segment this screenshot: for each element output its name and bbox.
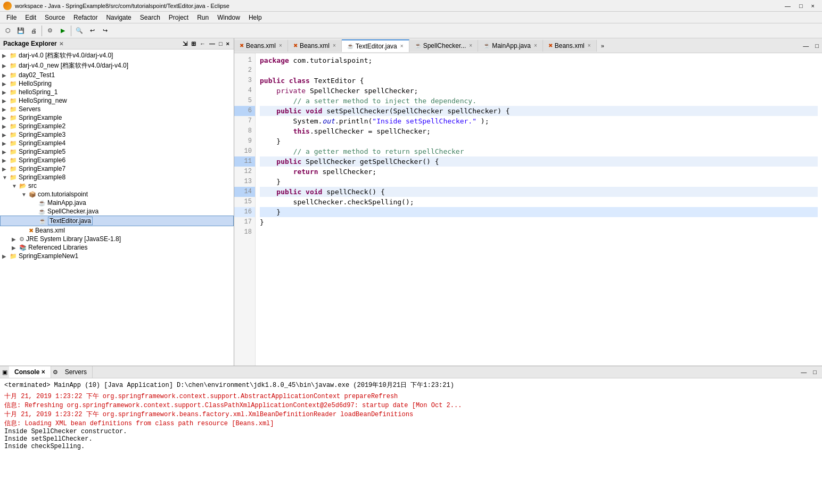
minimize-btn[interactable]: — xyxy=(780,3,795,9)
code-pre[interactable]: package com.tutorialspoint; public class… xyxy=(260,55,818,237)
tab-console[interactable]: Console × xyxy=(9,366,51,378)
tree-item-com[interactable]: ▼📦com.tutorialspoint xyxy=(0,190,234,199)
new-btn[interactable]: ⬡ xyxy=(2,25,14,37)
menu-item-refactor[interactable]: Refactor xyxy=(69,13,102,22)
menu-item-edit[interactable]: Edit xyxy=(21,13,40,22)
line-num-7: 7 xyxy=(234,116,255,126)
line-num-13: 13 xyxy=(234,177,255,187)
tabs-overflow[interactable]: » xyxy=(599,42,606,50)
tree-label-reflibs: Referenced Libraries xyxy=(28,244,87,251)
tab-close-beans3[interactable]: × xyxy=(588,43,591,48)
tree-item-darj-v4[interactable]: ▶📁darj-v4.0 [档案软件v4.0/darj-v4.0] xyxy=(0,51,234,61)
tree-icon-com: 📦 xyxy=(29,191,36,198)
tab-mainapp[interactable]: ☕MainApp.java× xyxy=(478,40,543,52)
tree-item-texteditor[interactable]: ☕TextEditor.java xyxy=(0,216,234,226)
save-btn[interactable]: 💾 xyxy=(15,25,27,37)
editor-max-btn[interactable]: □ xyxy=(812,42,822,50)
tree-item-jre[interactable]: ▶⚙JRE System Library [JavaSE-1.8] xyxy=(0,235,234,243)
menu-item-navigate[interactable]: Navigate xyxy=(102,13,135,22)
close-btn[interactable]: × xyxy=(807,3,819,9)
pe-arrow-left[interactable]: ← xyxy=(199,40,207,47)
tab-texteditor[interactable]: ☕TextEditor.java× xyxy=(342,39,409,52)
pe-collapse-btn[interactable]: ⊞ xyxy=(190,40,197,47)
tree-label-spellchecker: SpellChecker.java xyxy=(47,208,98,215)
tree-icon-texteditor: ☕ xyxy=(39,218,46,225)
tree-icon-spellchecker: ☕ xyxy=(38,208,46,215)
console-content: <terminated> MainApp (10) [Java Applicat… xyxy=(0,378,822,504)
tree-item-springex8[interactable]: ▼📁SpringExample8 xyxy=(0,173,234,181)
tab-label-beans2: Beans.xml xyxy=(300,42,330,49)
tree-item-springex5[interactable]: ▶📁SpringExample5 xyxy=(0,147,234,156)
tree-item-beansxml[interactable]: ✖Beans.xml xyxy=(0,226,234,235)
tree-arrow-jre: ▶ xyxy=(12,236,19,242)
tree-label-src: src xyxy=(28,182,37,189)
tree-icon-hellospring1: 📁 xyxy=(10,89,17,96)
tree-item-spellchecker[interactable]: ☕SpellChecker.java xyxy=(0,207,234,216)
tree-label-jre: JRE System Library [JavaSE-1.8] xyxy=(26,235,121,243)
code-content[interactable]: package com.tutorialspoint; public class… xyxy=(256,53,822,366)
tree-item-day02[interactable]: ▶📁day02_Test1 xyxy=(0,71,234,79)
menu-item-run[interactable]: Run xyxy=(193,13,213,22)
code-line-10: // a getter method to return spellChecke… xyxy=(260,146,818,156)
tree-item-springexnew1[interactable]: ▶📁SpringExampleNew1 xyxy=(0,252,234,260)
menu-item-search[interactable]: Search xyxy=(136,13,165,22)
tree-item-hellospringnew[interactable]: ▶📁HelloSpring_new xyxy=(0,96,234,105)
tree-item-hellospring1[interactable]: ▶📁helloSpring_1 xyxy=(0,88,234,96)
menu-item-window[interactable]: Window xyxy=(213,13,244,22)
print-btn[interactable]: 🖨 xyxy=(28,25,39,37)
redo-btn[interactable]: ↪ xyxy=(99,25,111,37)
tree-item-hellospring[interactable]: ▶📁HelloSpring xyxy=(0,79,234,88)
tab-label-beans3: Beans.xml xyxy=(555,42,585,49)
pe-max-btn[interactable]: □ xyxy=(218,40,224,47)
console-max-btn[interactable]: □ xyxy=(810,368,820,376)
tab-close-spellchecker[interactable]: × xyxy=(469,43,472,48)
tree-icon-darj-v4: 📁 xyxy=(10,52,17,59)
tree-label-darj-v4: darj-v4.0 [档案软件v4.0/darj-v4.0] xyxy=(19,51,113,60)
code-line-2 xyxy=(260,65,818,76)
pe-close-btn[interactable]: × xyxy=(225,40,231,47)
tree-item-springex3[interactable]: ▶📁SpringExample3 xyxy=(0,130,234,139)
search-btn[interactable]: 🔍 xyxy=(73,25,85,37)
pe-sync-btn[interactable]: ⇲ xyxy=(182,40,188,47)
code-line-7: System.out.println("Inside setSpellCheck… xyxy=(260,116,818,126)
tree-item-mainapp[interactable]: ☕MainApp.java xyxy=(0,199,234,207)
tree-item-darj-v4-new[interactable]: ▶📁darj-v4.0_new [档案软件v4.0/darj-v4.0] xyxy=(0,61,234,71)
tab-close-mainapp[interactable]: × xyxy=(534,43,537,48)
tree-icon-springex5: 📁 xyxy=(10,148,17,155)
tree-item-springex6[interactable]: ▶📁SpringExample6 xyxy=(0,156,234,164)
line-num-6: 6 xyxy=(234,106,255,116)
debug-btn[interactable]: ⚙ xyxy=(44,25,56,37)
menu-item-help[interactable]: Help xyxy=(244,13,266,22)
tree-item-springex2[interactable]: ▶📁SpringExample2 xyxy=(0,122,234,130)
pe-tree[interactable]: ▶📁darj-v4.0 [档案软件v4.0/darj-v4.0]▶📁darj-v… xyxy=(0,49,234,366)
pe-controls[interactable]: ⇲ ⊞ ← — □ × xyxy=(182,40,231,47)
run-btn[interactable]: ▶ xyxy=(57,25,69,37)
tab-beans3[interactable]: ✖Beans.xml× xyxy=(543,40,597,52)
tab-beans1[interactable]: ✖Beans.xml× xyxy=(234,40,288,52)
menu-item-project[interactable]: Project xyxy=(165,13,193,22)
tab-close-texteditor[interactable]: × xyxy=(400,43,404,49)
tree-item-springex7[interactable]: ▶📁SpringExample7 xyxy=(0,164,234,173)
tree-item-servers[interactable]: ▶📁Servers xyxy=(0,105,234,113)
tree-item-src[interactable]: ▼📂src xyxy=(0,181,234,190)
menu-item-source[interactable]: Source xyxy=(40,13,69,22)
menu-item-file[interactable]: File xyxy=(2,13,21,22)
tree-item-reflibs[interactable]: ▶📚Referenced Libraries xyxy=(0,243,234,252)
tab-close-beans2[interactable]: × xyxy=(333,43,336,48)
pe-min-btn[interactable]: — xyxy=(208,40,216,47)
console-min-btn[interactable]: — xyxy=(798,368,810,376)
undo-btn[interactable]: ↩ xyxy=(86,25,98,37)
tree-item-springex[interactable]: ▶📁SpringExample xyxy=(0,113,234,122)
tab-servers[interactable]: Servers xyxy=(60,366,93,378)
maximize-btn[interactable]: □ xyxy=(795,3,807,9)
tab-beans2[interactable]: ✖Beans.xml× xyxy=(288,40,342,52)
code-line-5: // a setter method to inject the depende… xyxy=(260,96,818,106)
tree-item-springex4[interactable]: ▶📁SpringExample4 xyxy=(0,139,234,147)
tree-icon-reflibs: 📚 xyxy=(19,244,27,251)
code-line-12: return spellChecker; xyxy=(260,167,818,177)
tab-close-beans1[interactable]: × xyxy=(279,43,282,48)
code-editor: 123456789101112131415161718 package com.… xyxy=(234,53,822,366)
tab-spellchecker[interactable]: ☕SpellChecker...× xyxy=(409,40,479,52)
tree-icon-hellospringnew: 📁 xyxy=(10,97,17,104)
editor-min-btn[interactable]: — xyxy=(800,42,812,50)
